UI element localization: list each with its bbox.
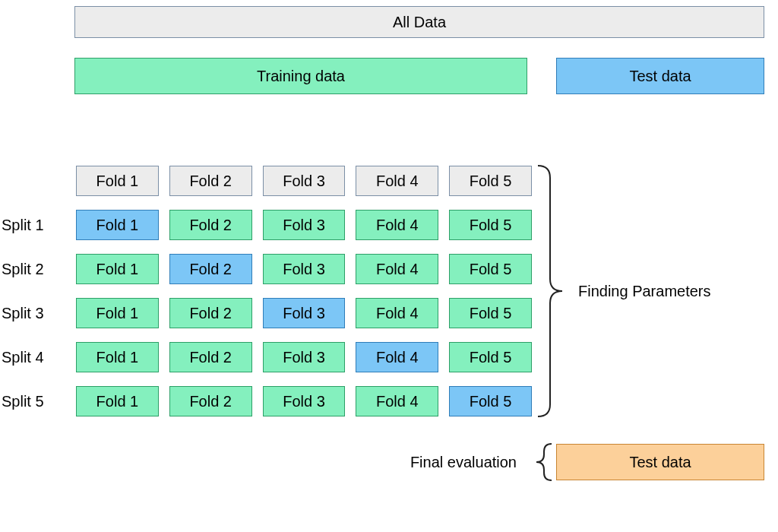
fold-label: Fold 1 — [96, 349, 139, 366]
split-label-text: Split 2 — [2, 261, 44, 278]
fold-label: Fold 5 — [470, 217, 512, 234]
split-label-text: Split 5 — [2, 393, 44, 410]
split-label: Split 4 — [2, 347, 74, 367]
fold-cell: Fold 3 — [263, 166, 346, 196]
fold-label: Fold 5 — [470, 261, 512, 278]
fold-label: Fold 5 — [470, 349, 512, 366]
fold-cell: Fold 1 — [76, 210, 159, 240]
split-label: Split 5 — [2, 391, 74, 411]
split-row: Fold 1Fold 2Fold 3Fold 4Fold 5 — [76, 386, 532, 416]
fold-label: Fold 4 — [376, 305, 419, 322]
fold-label: Fold 1 — [96, 261, 139, 278]
fold-label: Fold 4 — [376, 349, 419, 366]
fold-label: Fold 3 — [283, 173, 325, 190]
fold-cell: Fold 5 — [449, 298, 532, 328]
fold-cell: Fold 2 — [169, 210, 252, 240]
fold-cell: Fold 4 — [356, 298, 438, 328]
split-label-text: Split 4 — [2, 349, 44, 366]
fold-cell: Fold 2 — [169, 298, 252, 328]
fold-cell: Fold 4 — [356, 254, 438, 284]
brace-final-evaluation — [518, 442, 556, 482]
test-data-box-top: Test data — [556, 58, 764, 94]
fold-cell: Fold 5 — [449, 342, 532, 372]
fold-header-row: Fold 1Fold 2Fold 3Fold 4Fold 5 — [76, 166, 532, 196]
fold-label: Fold 1 — [96, 305, 139, 322]
finding-parameters-label: Finding Parameters — [578, 280, 778, 302]
fold-label: Fold 5 — [470, 393, 512, 410]
fold-cell: Fold 5 — [449, 166, 532, 196]
fold-label: Fold 1 — [96, 173, 139, 190]
fold-cell: Fold 5 — [449, 210, 532, 240]
fold-label: Fold 2 — [189, 305, 232, 322]
all-data-label: All Data — [393, 14, 446, 31]
fold-label: Fold 4 — [376, 393, 419, 410]
fold-label: Fold 2 — [189, 261, 232, 278]
fold-cell: Fold 1 — [76, 386, 159, 416]
fold-label: Fold 1 — [96, 393, 139, 410]
test-data-label-top: Test data — [629, 68, 691, 85]
split-label: Split 1 — [2, 215, 74, 235]
fold-cell: Fold 2 — [169, 254, 252, 284]
fold-cell: Fold 4 — [356, 342, 438, 372]
fold-cell: Fold 3 — [263, 254, 346, 284]
fold-cell: Fold 3 — [263, 386, 346, 416]
training-data-label: Training data — [257, 68, 345, 85]
fold-cell: Fold 4 — [356, 386, 438, 416]
training-data-box: Training data — [74, 58, 527, 94]
split-label: Split 2 — [2, 259, 74, 279]
split-label: Split 3 — [2, 303, 74, 323]
fold-label: Fold 3 — [283, 261, 325, 278]
split-label-text: Split 1 — [2, 217, 44, 234]
fold-cell: Fold 2 — [169, 342, 252, 372]
final-evaluation-text: Final evaluation — [410, 454, 517, 471]
fold-label: Fold 2 — [189, 217, 232, 234]
fold-label: Fold 4 — [376, 261, 419, 278]
fold-cell: Fold 5 — [449, 386, 532, 416]
final-evaluation-label: Final evaluation — [380, 451, 517, 473]
fold-cell: Fold 1 — [76, 298, 159, 328]
fold-cell: Fold 3 — [263, 298, 346, 328]
fold-cell: Fold 1 — [76, 166, 159, 196]
split-row: Fold 1Fold 2Fold 3Fold 4Fold 5 — [76, 210, 532, 240]
fold-cell: Fold 3 — [263, 342, 346, 372]
fold-label: Fold 5 — [470, 173, 512, 190]
fold-cell: Fold 1 — [76, 342, 159, 372]
fold-label: Fold 5 — [470, 305, 512, 322]
fold-label: Fold 4 — [376, 217, 419, 234]
fold-cell: Fold 2 — [169, 386, 252, 416]
fold-label: Fold 4 — [376, 173, 419, 190]
fold-label: Fold 3 — [283, 393, 325, 410]
fold-cell: Fold 4 — [356, 210, 438, 240]
fold-cell: Fold 4 — [356, 166, 438, 196]
split-row: Fold 1Fold 2Fold 3Fold 4Fold 5 — [76, 298, 532, 328]
test-data-label-final: Test data — [629, 454, 691, 471]
fold-cell: Fold 1 — [76, 254, 159, 284]
split-row: Fold 1Fold 2Fold 3Fold 4Fold 5 — [76, 342, 532, 372]
fold-cell: Fold 3 — [263, 210, 346, 240]
fold-label: Fold 3 — [283, 349, 325, 366]
fold-label: Fold 2 — [189, 349, 232, 366]
fold-label: Fold 3 — [283, 305, 325, 322]
fold-cell: Fold 2 — [169, 166, 252, 196]
fold-label: Fold 1 — [96, 217, 139, 234]
fold-label: Fold 2 — [189, 393, 232, 410]
all-data-box: All Data — [74, 6, 764, 38]
fold-label: Fold 2 — [189, 173, 232, 190]
fold-label: Fold 3 — [283, 217, 325, 234]
split-label-text: Split 3 — [2, 305, 44, 322]
fold-cell: Fold 5 — [449, 254, 532, 284]
test-data-box-final: Test data — [556, 444, 764, 480]
finding-parameters-text: Finding Parameters — [578, 283, 711, 300]
split-row: Fold 1Fold 2Fold 3Fold 4Fold 5 — [76, 254, 532, 284]
